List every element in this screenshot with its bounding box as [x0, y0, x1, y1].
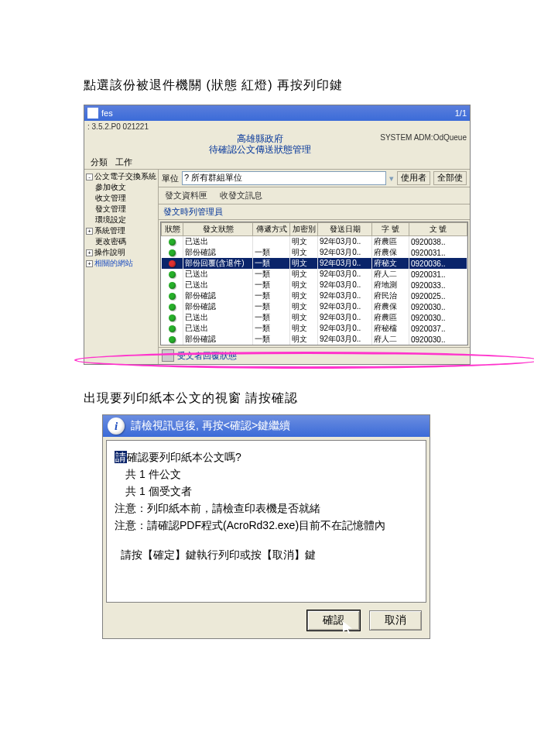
instruction-1: 點選該份被退件機關 (狀態 紅燈) 再按列印鍵: [84, 77, 534, 94]
dialog-titlebar: i 請檢視訊息後, 再按<確認>鍵繼續: [103, 415, 430, 437]
table-row[interactable]: 已送出一類明文92年03月0..府地測0920033..: [162, 280, 467, 290]
dialog-line4: 注意：列印紙本前，請檢查印表機是否就緒: [115, 500, 418, 517]
sidebar: -公文電子交換系統 參加收文 收文管理 發文管理 環境設定 +系統管理 更改密碼…: [84, 170, 159, 364]
unit-label: 單位: [162, 173, 179, 184]
dialog-line6: 請按【確定】鍵執行列印或按【取消】鍵: [115, 546, 418, 563]
all-button[interactable]: 全部使: [433, 171, 467, 185]
tree-item[interactable]: 更改密碼: [95, 236, 126, 247]
tree-item[interactable]: 操作說明: [94, 247, 125, 258]
main-window: fes 1/1 : 3.5.2.P0 021221 高雄縣政府 待確認公文傳送狀…: [84, 105, 471, 365]
dialog-body: 請確認要列印紙本公文嗎? 共 1 件公文 共 1 個受文者 注意：列印紙本前，請…: [106, 440, 426, 603]
table-row[interactable]: 已送出一類明文92年03月0..府農區0920030..: [162, 312, 467, 323]
table-row[interactable]: 部份確認一類明文92年03月0..府農保0920030..: [162, 301, 467, 312]
dialog-line1: 確認要列印紙本公文嗎?: [127, 451, 241, 463]
dialog-line3: 共 1 個受文者: [115, 483, 418, 500]
table-row[interactable]: 部份回覆(含退件)一類明文92年03月0..府秘文0920036..: [162, 258, 467, 269]
cancel-button[interactable]: 取消: [369, 610, 422, 631]
user-button[interactable]: 使用者: [397, 171, 430, 185]
table-row[interactable]: 已送出一類明文92年03月0..府秘檔0920037..: [162, 323, 467, 334]
tree-toggle-icon[interactable]: +: [86, 260, 93, 267]
ok-button[interactable]: 確認: [307, 610, 360, 631]
instruction-2: 出現要列印紙本公文的視窗 請按確認: [84, 390, 534, 407]
tree-item[interactable]: 相關的網站: [94, 258, 133, 269]
dialog-line1-hl: 請: [115, 451, 127, 463]
system-info: SYSTEM ADM:OdQueue: [361, 132, 470, 156]
window-title: fes: [101, 108, 113, 118]
lower-section-label: 受文者回覆狀態: [177, 350, 237, 362]
tree-item[interactable]: 參加收文: [95, 182, 126, 193]
trash-icon[interactable]: [162, 349, 174, 362]
tab-send[interactable]: 發文資料匣: [163, 189, 209, 202]
version-text: : 3.5.2.P0 021221: [87, 122, 149, 131]
dialog-line5: 注意：請確認PDF程式(AcroRd32.exe)目前不在記憶體內: [115, 517, 418, 534]
confirm-dialog: i 請檢視訊息後, 再按<確認>鍵繼續 請確認要列印紙本公文嗎? 共 1 件公文…: [102, 414, 430, 639]
tree-item[interactable]: 收文管理: [95, 193, 126, 204]
tree-item[interactable]: 發文管理: [95, 204, 126, 215]
table-row[interactable]: 已送出明文92年03月0..府農區0920038..: [162, 236, 467, 248]
menu-bar: 分類 工作: [84, 156, 470, 169]
menu-category[interactable]: 分類: [87, 156, 111, 169]
table-row[interactable]: 部份確認一類明文92年03月0..府民治0920025..: [162, 290, 467, 301]
header-sub: 待確認公文傳送狀態管理: [159, 144, 361, 155]
app-icon: [87, 108, 98, 119]
tab-messages[interactable]: 收發文訊息: [218, 189, 264, 202]
table-row[interactable]: 已送出一類明文92年03月0..府人二0920031..: [162, 269, 467, 280]
tree-item[interactable]: 系統管理: [94, 225, 125, 236]
menu-work[interactable]: 工作: [112, 156, 135, 169]
title-bar: fes 1/1: [84, 105, 470, 121]
info-icon: i: [108, 418, 125, 435]
upper-grid-header: 狀態 發文狀態 傳遞方式 加密別 發送日期 字 號 文 號: [162, 223, 467, 236]
table-row[interactable]: 部份確認一類明文92年03月0..府人二0920030..: [162, 334, 467, 345]
dialog-title: 請檢視訊息後, 再按<確認>鍵繼續: [131, 419, 290, 433]
header-org: 高雄縣政府: [159, 133, 361, 144]
table-row[interactable]: 部份確認一類明文92年03月0..府農保0920031..: [162, 247, 467, 258]
dialog-line2: 共 1 件公文: [115, 466, 418, 483]
title-right: 1/1: [455, 108, 467, 118]
unit-select[interactable]: ? 所有群組單位: [182, 171, 386, 185]
tree-root[interactable]: 公文電子交換系統: [94, 171, 156, 182]
tree-toggle-icon[interactable]: +: [86, 228, 93, 235]
tree-item[interactable]: 環境設定: [95, 215, 126, 225]
tree-toggle-icon[interactable]: -: [86, 174, 93, 180]
upper-section-label: 發文時列管理員: [159, 204, 470, 220]
upper-grid: 狀態 發文狀態 傳遞方式 加密別 發送日期 字 號 文 號 已送出明文92年03…: [160, 222, 468, 345]
tree-toggle-icon[interactable]: +: [86, 249, 93, 256]
